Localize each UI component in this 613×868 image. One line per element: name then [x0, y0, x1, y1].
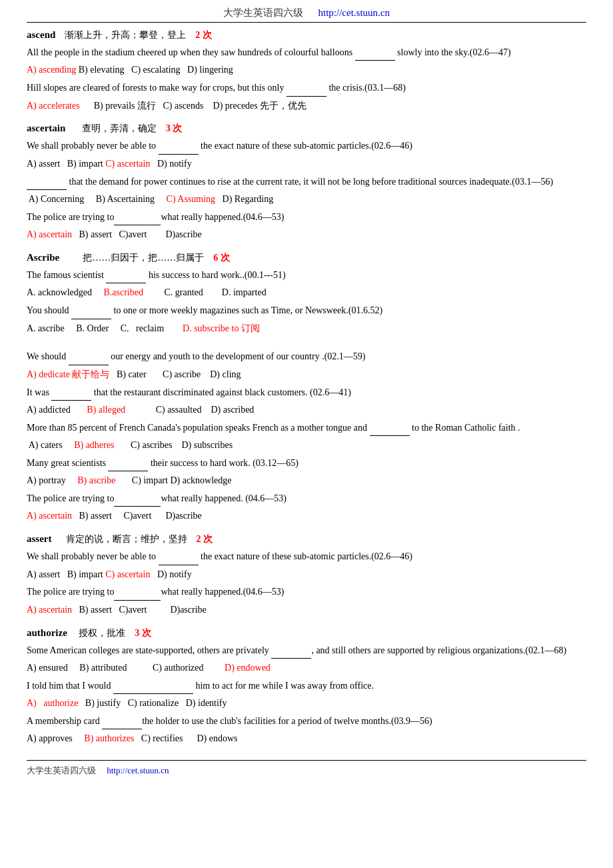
footer-title: 大学生英语四六级 [27, 765, 96, 775]
word: Ascribe [27, 252, 59, 263]
correct-answer: A) ascertain [27, 229, 72, 239]
correct-answer: B) ascribe [77, 475, 115, 485]
answer-1: A) ascending B) elevating C) escalating … [27, 62, 586, 78]
site-url[interactable]: http://cet.stuun.cn [318, 7, 390, 18]
section-ascribe: Ascribe 把……归因于，把……归属于 6 次 The famous sci… [27, 252, 586, 524]
answer-1: A. acknowledged B.ascribed C. granted D.… [27, 285, 586, 301]
section-ascend: ascend 渐渐上升，升高；攀登，登上 2 次 All the people … [27, 29, 586, 113]
site-title: 大学生英语四六级 [223, 7, 303, 18]
section-ascertain: ascertain 查明，弄清，确定 3 次 We shall probably… [27, 123, 586, 243]
correct-answer: A) ascending [27, 65, 76, 75]
correct-answer: B) alleged [87, 405, 125, 415]
correct-answer: B) adheres [74, 440, 114, 450]
correct-answer: A) authorize [27, 698, 78, 708]
sentence-2: that the demand for power continues to r… [27, 175, 586, 190]
sentence-1: All the people in the stadium cheered up… [27, 45, 586, 61]
answer-3: A) ascertain B) assert C)avert D)ascribe [27, 227, 586, 243]
word-count: 2 次 [195, 30, 212, 40]
sentence-6: Many great scientists their success to h… [27, 456, 586, 471]
answer-2: A) authorize B) justify C) rationalize D… [27, 695, 586, 711]
word-count: 3 次 [166, 123, 183, 133]
word: authorize [27, 627, 67, 638]
blank [159, 139, 199, 154]
correct-answer: A) dedicate 献于给与 [27, 369, 109, 379]
word-meaning: 肯定的说，断言；维护，坚持 [66, 534, 187, 544]
sentence-2: I told him that I would him to act for m… [27, 679, 586, 694]
word-meaning: 授权，批准 [79, 628, 125, 638]
answer-5: A) caters B) adheres C) ascribes D) subs… [27, 437, 586, 453]
answer-2: A. ascribe B. Order C. reclaim D. subscr… [27, 321, 586, 337]
answer-3: A) dedicate 献于给与 B) cater C) ascribe D) … [27, 367, 586, 383]
answer-2: A) accelerates B) prevails 流行 C) ascends… [27, 98, 586, 114]
word-meaning: 渐渐上升，升高；攀登，登上 [65, 30, 186, 40]
blank [102, 714, 142, 729]
correct-answer: C) ascertain [105, 159, 150, 169]
correct-answer: B) authorizes [84, 733, 134, 743]
answer-1: A) ensured B) attributed C) authorized D… [27, 660, 586, 676]
sentence-3: A membership card the holder to use the … [27, 714, 586, 729]
blank [271, 643, 311, 659]
blank [114, 210, 161, 225]
correct-answer: B.ascribed [103, 287, 143, 297]
word: ascertain [27, 123, 65, 133]
answer-1: A) assert B) impart C) ascertain D) noti… [27, 156, 586, 172]
sentence-4: It was that the restaurant discriminated… [27, 385, 586, 401]
word-title-line: authorize 授权，批准 3 次 [27, 627, 586, 639]
sentence-2: The police are trying to what really hap… [27, 585, 586, 600]
section-assert: assert 肯定的说，断言；维护，坚持 2 次 We shall probab… [27, 533, 586, 617]
correct-answer: D) endowed [225, 663, 271, 673]
blank [114, 491, 161, 507]
blank [114, 585, 161, 600]
blank [370, 421, 410, 436]
blank [27, 175, 67, 190]
answer-7: A) ascertain B) assert C)avert D)ascribe [27, 508, 586, 524]
sentence-1: The famous scientist his success to hard… [27, 268, 586, 283]
footer-url[interactable]: http://cet.stuun.cn [107, 765, 169, 775]
correct-answer: D. subscribe to 订阅 [183, 323, 260, 333]
blank [69, 349, 109, 365]
answer-2: A) ascertain B) assert C)avert D)ascribe [27, 602, 586, 618]
word-title-line: ascend 渐渐上升，升高；攀登，登上 2 次 [27, 29, 586, 41]
sentence-5: More than 85 percent of French Canada's … [27, 421, 586, 436]
page-footer: 大学生英语四六级 http://cet.stuun.cn [27, 760, 586, 777]
word: ascend [27, 29, 55, 40]
word-meaning: 查明，弄清，确定 [82, 123, 157, 133]
word-title-line: Ascribe 把……归因于，把……归属于 6 次 [27, 252, 586, 264]
correct-answer: C) ascertain [105, 569, 150, 579]
correct-answer: C) Assuming [167, 194, 216, 204]
word-count: 6 次 [213, 253, 230, 263]
answer-1: A) assert B) impart C) ascertain D) noti… [27, 567, 586, 583]
answer-3: A) approves B) authorizes C) rectifies D… [27, 731, 586, 747]
sentence-3: We should our energy and youth to the de… [27, 349, 586, 365]
blank [106, 268, 146, 283]
correct-answer: A) accelerates [27, 101, 80, 111]
section-authorize: authorize 授权，批准 3 次 Some American colleg… [27, 627, 586, 747]
sentence-1: We shall probably never be able to the e… [27, 139, 586, 154]
word: assert [27, 533, 52, 544]
blank [159, 549, 199, 565]
sentence-2: You should to one or more weekly magazin… [27, 303, 586, 319]
sentence-3: The police are trying to what really hap… [27, 210, 586, 225]
answer-2: A) Concerning B) Ascertaining C) Assumin… [27, 191, 586, 207]
blank [287, 81, 326, 96]
sentence-1: We shall probably never be able to the e… [27, 549, 586, 565]
answer-6: A) portray B) ascribe C) impart D) ackno… [27, 473, 586, 489]
blank [113, 679, 193, 694]
correct-answer: A) ascertain [27, 605, 72, 615]
correct-answer: A) ascertain [27, 511, 72, 521]
blank [108, 456, 148, 471]
blank [51, 385, 91, 401]
page-header: 大学生英语四六级 http://cet.stuun.cn [27, 7, 586, 23]
sentence-1: Some American colleges are state-support… [27, 643, 586, 659]
blank [71, 303, 111, 319]
answer-4: A) addicted B) alleged C) assaulted D) a… [27, 402, 586, 418]
word-meaning: 把……归因于，把……归属于 [83, 253, 204, 263]
word-count: 2 次 [197, 534, 213, 544]
word-title-line: assert 肯定的说，断言；维护，坚持 2 次 [27, 533, 586, 545]
sentence-7: The police are trying to what really hap… [27, 491, 586, 507]
sentence-2: Hill slopes are cleared of forests to ma… [27, 81, 586, 96]
word-count: 3 次 [135, 628, 151, 638]
word-title-line: ascertain 查明，弄清，确定 3 次 [27, 123, 586, 135]
blank [355, 45, 395, 61]
